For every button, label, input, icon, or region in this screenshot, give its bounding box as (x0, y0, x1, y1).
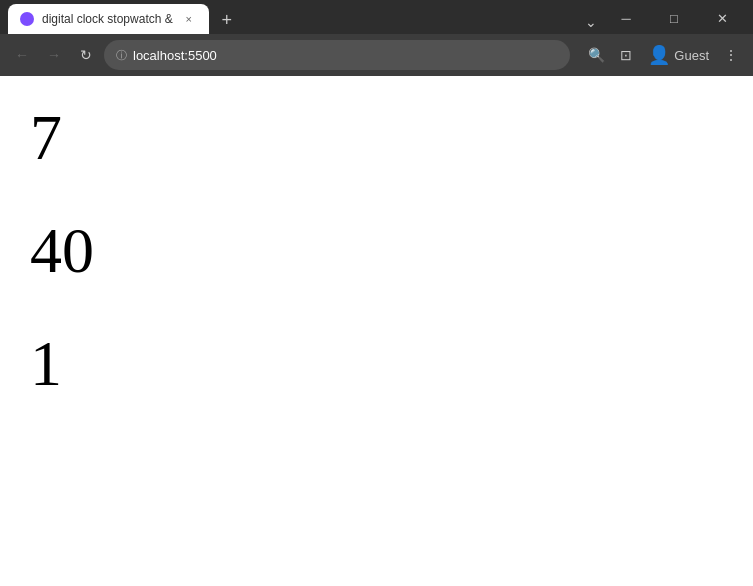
address-input[interactable] (133, 48, 558, 63)
minimize-button[interactable]: ─ (603, 2, 649, 34)
browser-chrome: digital clock stopwatch & × + ⌄ ─ □ ✕ ← … (0, 0, 753, 76)
forward-button[interactable]: → (40, 41, 68, 69)
number-2: 40 (30, 209, 723, 292)
active-tab[interactable]: digital clock stopwatch & × (8, 4, 209, 34)
number-1: 7 (30, 96, 723, 179)
page-content: 7 40 1 (0, 76, 753, 548)
tab-bar: digital clock stopwatch & × + ⌄ ─ □ ✕ (0, 0, 753, 34)
menu-button[interactable]: ⋮ (717, 41, 745, 69)
zoom-button[interactable]: 🔍 (582, 41, 610, 69)
tab-close-button[interactable]: × (181, 11, 197, 27)
profile-button[interactable]: 👤 Guest (642, 42, 715, 68)
address-bar-actions: 🔍 ⊡ 👤 Guest ⋮ (582, 41, 745, 69)
new-tab-button[interactable]: + (213, 6, 241, 34)
maximize-button[interactable]: □ (651, 2, 697, 34)
back-button[interactable]: ← (8, 41, 36, 69)
reload-button[interactable]: ↻ (72, 41, 100, 69)
tab-favicon (20, 12, 34, 26)
tab-button[interactable]: ⊡ (612, 41, 640, 69)
close-button[interactable]: ✕ (699, 2, 745, 34)
window-controls: ─ □ ✕ (603, 2, 745, 34)
address-bar-container[interactable]: ⓘ (104, 40, 570, 70)
profile-icon: 👤 (648, 44, 670, 66)
number-3: 1 (30, 322, 723, 405)
profile-label: Guest (674, 48, 709, 63)
lock-icon: ⓘ (116, 48, 127, 63)
tab-dropdown-button[interactable]: ⌄ (579, 10, 603, 34)
toolbar: ← → ↻ ⓘ 🔍 ⊡ 👤 Guest ⋮ (0, 34, 753, 76)
tab-controls: ⌄ (579, 10, 603, 34)
tab-title: digital clock stopwatch & (42, 12, 173, 26)
